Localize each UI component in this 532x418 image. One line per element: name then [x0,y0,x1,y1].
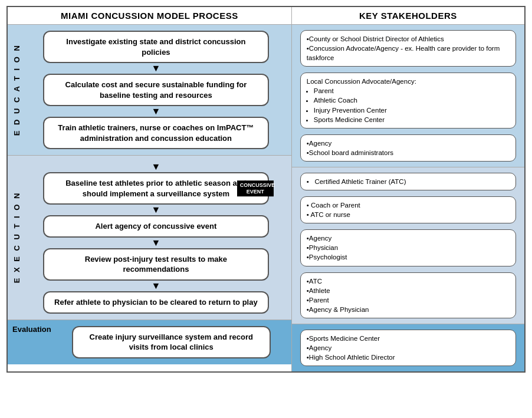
stakeholder-7-line3: •Parent [307,297,329,304]
stakeholder-2-list: Parent Athletic Coach Injury Prevention … [314,86,510,124]
stakeholder-8: •Sports Medicine Center •Agency •High Sc… [300,330,516,366]
concussive-event-tag: CONCUSSIVE EVENT [237,180,274,197]
arrow-2: ▼ [151,107,160,116]
rp-execution: • Certified Athletic Trainer (ATC) • Coa… [292,167,524,324]
stakeholder-7-line4: •Agency & Physician [307,306,369,313]
education-boxes: Investigate existing state and district … [23,28,289,152]
stakeholder-7-line2: •Athlete [307,287,330,294]
stakeholder-2-item-3: Injury Prevention Center [314,106,510,115]
evaluation-section: Evaluation Create injury surveillance sy… [8,320,291,364]
stakeholder-6: •Agency •Physician •Psychologist [300,229,516,266]
stakeholder-7-line1: •ATC [307,278,322,285]
main-title-left: MIAMI CONCUSSION MODEL PROCESS [8,7,292,24]
stakeholder-8-line3: •High School Athletic Director [307,354,395,361]
stakeholder-5-line1: • Coach or Parent [307,202,360,209]
rp-evaluation: •Sports Medicine Center •Agency •High Sc… [292,324,524,371]
stakeholder-1-text: •County or School District Director of A… [307,35,444,42]
diagram-container: MIAMI CONCUSSION MODEL PROCESS KEY STAKE… [6,6,526,373]
right-panel: •County or School District Director of A… [292,25,524,371]
main-title-right: KEY STAKEHOLDERS [292,7,524,24]
stakeholder-3: •Agency •School board administrators [300,134,516,162]
education-section: E D U C A T I O N Investigate existing s… [8,25,291,155]
stakeholder-1: •County or School District Director of A… [300,30,516,67]
stakeholder-3-line1: •Agency [307,140,331,147]
stakeholder-8-line2: •Agency [307,344,331,351]
arrow-5: ▼ [151,238,160,248]
stakeholder-2-header: Local Concussion Advocate/Agency: [307,78,416,85]
execution-box-3: Review post-injury test results to make … [43,248,269,281]
evaluation-boxes: Create injury surveillance system and re… [54,324,289,361]
evaluation-box-1: Create injury surveillance system and re… [72,326,271,358]
execution-box-2: Alert agency of concussive event [43,215,269,238]
left-panel: E D U C A T I O N Investigate existing s… [8,25,292,371]
stakeholder-1-text2: •Concussion Advocate/Agency - ex. Health… [307,45,500,61]
stakeholder-5: • Coach or Parent • ATC or nurse [300,196,516,223]
education-box-2: Calculate cost and secure sustainable fu… [43,74,269,106]
education-box-3: Train athletic trainers, nurse or coache… [43,117,269,149]
execution-boxes: ▼ Baseline test athletes prior to athlet… [23,159,289,315]
content-area: E D U C A T I O N Investigate existing s… [8,25,524,371]
rp-education: •County or School District Director of A… [292,25,524,167]
execution-section: E X E C U T I O N ▼ Baseline test athlet… [8,155,291,319]
stakeholder-3-line2: •School board administrators [307,149,393,156]
arrow-1: ▼ [151,64,160,73]
arrow-3: ▼ [151,162,160,172]
evaluation-label: Evaluation [10,324,54,361]
stakeholder-7: •ATC •Athlete •Parent •Agency & Physicia… [300,272,516,318]
execution-box-4: Refer athlete to physician to be cleared… [43,291,269,314]
execution-label: E X E C U T I O N [10,159,23,315]
stakeholder-8-line1: •Sports Medicine Center [307,335,380,342]
arrow-4: ▼ [151,205,160,215]
arrow-6: ▼ [151,281,160,291]
stakeholder-6-line2: •Physician [307,244,338,251]
header-row: MIAMI CONCUSSION MODEL PROCESS KEY STAKE… [8,7,524,25]
stakeholder-2-item-1: Parent [314,86,510,96]
stakeholder-2-item-4: Sports Medicine Center [314,115,510,124]
stakeholder-4-text: • Certified Athletic Trainer (ATC) [307,178,406,185]
execution-box-1: Baseline test athletes prior to athletic… [43,172,269,205]
education-label: E D U C A T I O N [10,28,23,152]
stakeholder-6-line3: •Psychologist [307,254,347,261]
stakeholder-2-item-2: Athletic Coach [314,96,510,105]
stakeholder-5-line2: • ATC or nurse [307,211,350,218]
stakeholder-2: Local Concussion Advocate/Agency: Parent… [300,73,516,128]
education-box-1: Investigate existing state and district … [43,31,269,63]
stakeholder-6-line1: •Agency [307,235,331,242]
stakeholder-4: • Certified Athletic Trainer (ATC) [300,173,516,190]
